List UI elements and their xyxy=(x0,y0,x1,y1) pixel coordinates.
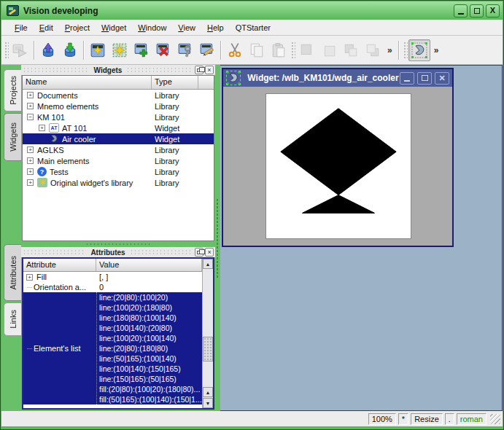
copy-button[interactable] xyxy=(246,39,268,61)
attributes-dock-float-button[interactable] xyxy=(195,248,203,257)
side-tab-links[interactable]: Links xyxy=(4,302,21,336)
scroll-up2-button[interactable]: ▲ xyxy=(203,387,213,397)
attribute-row-fill[interactable]: +Fill[, ] xyxy=(23,272,202,282)
attributes-dock-close-button[interactable]: × xyxy=(205,248,214,257)
widget-maximize-button[interactable] xyxy=(417,72,432,85)
tree-expander[interactable]: + xyxy=(27,92,34,98)
paste-button[interactable] xyxy=(268,39,290,61)
edit-visual-item-button[interactable] xyxy=(196,39,218,61)
widget-close-button[interactable]: ✕ xyxy=(435,72,449,85)
scroll-thumb[interactable] xyxy=(203,337,213,361)
elements-toolbar-overflow[interactable]: » xyxy=(430,45,443,55)
side-tab-widgets[interactable]: Widgets xyxy=(4,113,21,161)
maximize-button[interactable] xyxy=(470,4,484,17)
element-list-line[interactable]: line:(100|20):(180|80) xyxy=(97,302,202,313)
save-to-db-button[interactable] xyxy=(59,39,81,61)
tree-expander[interactable]: + xyxy=(27,157,34,164)
tree-row-main-elements[interactable]: +Main elementsLibrary xyxy=(23,155,214,166)
element-list-line[interactable]: line:(50|165):(100|140) xyxy=(97,353,202,364)
attributes-scrollbar[interactable]: ▲ ▲ ▼ xyxy=(202,259,213,408)
tree-expander[interactable]: + xyxy=(39,125,45,131)
lower-item-button[interactable] xyxy=(296,39,318,61)
column-header-name[interactable]: Name xyxy=(23,76,152,89)
tree-row-documents[interactable]: +DocumentsLibrary xyxy=(23,90,214,101)
add-visual-item-button[interactable] xyxy=(131,39,152,61)
tree-item-label: Main elements xyxy=(37,157,90,165)
tree-item-type: Widget xyxy=(152,135,198,144)
tree-row-tests[interactable]: +?TestsLibrary xyxy=(23,166,214,177)
load-from-db-button[interactable] xyxy=(37,39,59,61)
scroll-up-button[interactable]: ▲ xyxy=(203,259,213,269)
side-tab-projects[interactable]: Projects xyxy=(4,69,21,112)
widget-window-titlebar[interactable]: Widget: /wlb_KM101/wdg_air_cooler ✕ xyxy=(223,69,452,87)
tree-expander[interactable]: − xyxy=(27,114,34,120)
tree-row-air-cooler[interactable]: Air coolerWidget xyxy=(23,133,214,144)
vertical-splitter[interactable] xyxy=(215,65,220,411)
column-header-value[interactable]: Value xyxy=(96,259,202,271)
column-header-attribute[interactable]: Attribute xyxy=(23,259,96,271)
delete-visual-item-button[interactable] xyxy=(152,39,174,61)
widget-minimize-button[interactable] xyxy=(400,72,414,85)
tree-expander[interactable]: + xyxy=(27,103,34,109)
close-button[interactable]: X xyxy=(486,4,500,17)
toolbar-drag-handle[interactable] xyxy=(403,41,408,60)
tree-row-at-101[interactable]: +ATAT 101Widget xyxy=(23,122,214,133)
lower-step-button[interactable] xyxy=(340,39,362,61)
menu-item-window[interactable]: Window xyxy=(132,21,172,34)
minimize-button[interactable] xyxy=(454,4,468,17)
air-cooler-widget-canvas[interactable] xyxy=(265,93,411,239)
side-tab-attributes[interactable]: Attributes xyxy=(4,244,21,301)
new-library-button[interactable] xyxy=(87,39,109,61)
element-list-line[interactable]: line:(100|140):(150|165) xyxy=(97,364,202,374)
element-list-line[interactable]: line:(180|80):(100|140) xyxy=(97,313,202,323)
resize-grip[interactable] xyxy=(490,414,500,424)
air-cooler-window-icon xyxy=(226,71,241,85)
menu-item-widget[interactable]: Widget xyxy=(96,21,132,34)
menu-item-view[interactable]: View xyxy=(172,21,201,34)
toolbar-drag-handle[interactable] xyxy=(4,41,9,60)
horizontal-splitter[interactable] xyxy=(21,241,215,247)
widgets-dock: Widgets × Name Type +DocumentsLibrary+Mn… xyxy=(21,65,215,241)
tree-expander[interactable]: + xyxy=(27,168,34,175)
attr-expander[interactable]: + xyxy=(26,274,33,281)
menu-item-qtstarter[interactable]: QTStarter xyxy=(230,21,276,34)
cursor-tool-button[interactable] xyxy=(408,39,430,61)
visual-item-properties-button[interactable] xyxy=(174,39,196,61)
element-list-line[interactable]: line:(20|80):(100|20) xyxy=(97,292,202,302)
attribute-row-elements-list[interactable]: ····Element's listline:(20|80):(100|20)l… xyxy=(23,292,202,404)
titlebar[interactable]: Vision developing X xyxy=(1,1,503,20)
tree-expander[interactable]: + xyxy=(27,179,34,186)
library-grid-button[interactable] xyxy=(109,39,131,61)
tree-item-type: Library xyxy=(152,179,198,187)
element-list-line[interactable]: line:(100|20):(100|140) xyxy=(97,333,202,343)
widgets-dock-float-button[interactable] xyxy=(195,66,203,74)
raise-item-button[interactable] xyxy=(318,39,340,61)
element-list-line[interactable]: line:(100|140):(20|80) xyxy=(97,323,202,333)
scroll-down-button[interactable]: ▼ xyxy=(203,398,213,408)
tree-row-mnemo-elements[interactable]: +Mnemo elementsLibrary xyxy=(23,101,214,112)
paste-icon xyxy=(271,42,287,58)
column-header-type[interactable]: Type xyxy=(152,76,198,89)
element-list-line[interactable]: line:(150|165):(50|165) xyxy=(97,374,202,384)
widgets-dock-titlebar[interactable]: Widgets × xyxy=(21,65,215,75)
tree-row-aglks[interactable]: +AGLKSLibrary xyxy=(23,144,214,155)
cut-button[interactable] xyxy=(224,39,246,61)
element-list-line[interactable]: fill:(20|80):(100|20):(180|80)... xyxy=(97,384,202,394)
toolbar-overflow[interactable]: » xyxy=(384,45,396,55)
menu-item-file[interactable]: File xyxy=(9,21,34,34)
tree-row-original-widget-s-library[interactable]: +✶Original widget's libraryLibrary xyxy=(23,177,214,188)
menu-item-edit[interactable]: Edit xyxy=(34,21,59,34)
lib-grid-icon xyxy=(112,42,128,58)
raise-step-button[interactable] xyxy=(362,39,384,61)
attributes-dock-titlebar[interactable]: Attributes × xyxy=(21,247,215,257)
tree-expander[interactable]: + xyxy=(27,146,34,153)
tree-row-km-101[interactable]: −KM 101Library xyxy=(23,112,214,122)
menu-item-project[interactable]: Project xyxy=(59,21,96,34)
element-list-line[interactable]: line:(20|80):(180|80) xyxy=(97,343,202,353)
element-list-line[interactable]: fill:(50|165):(100|140):(150|1... xyxy=(97,394,202,404)
run-button[interactable] xyxy=(9,39,31,61)
attribute-row-orientation-a-[interactable]: ····Orientation a...0 xyxy=(23,282,202,292)
toolbar-drag-handle[interactable] xyxy=(290,41,295,60)
menu-item-help[interactable]: Help xyxy=(201,21,230,34)
widgets-dock-close-button[interactable]: × xyxy=(205,66,214,74)
